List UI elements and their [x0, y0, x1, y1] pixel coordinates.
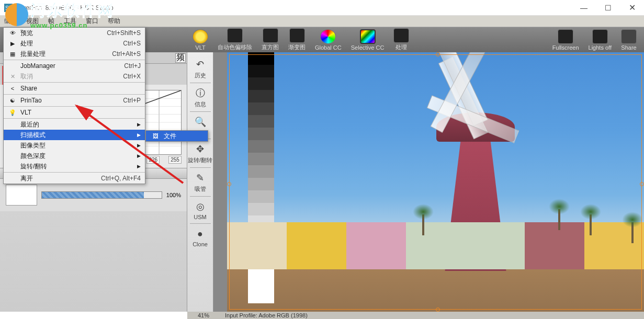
- submenu-arrow-icon: ▶: [137, 132, 141, 138]
- selection-handle[interactable]: [227, 182, 231, 186]
- file-icon: 🖼: [150, 133, 161, 139]
- submenu-arrow-icon: ▶: [137, 153, 141, 158]
- vtool-clone[interactable]: ●Clone: [193, 227, 208, 247]
- cc-icon: [360, 29, 376, 44]
- input-profile: Input Profile: Adobe RGB (1998): [225, 312, 308, 318]
- submenu-arrow-icon: ▶: [137, 143, 141, 148]
- menu-window[interactable]: 窗口: [86, 17, 98, 26]
- dark-icon: [558, 29, 573, 44]
- image-menu-dropdown: 👁预览Ctrl+Shift+S▶处理Ctrl+S▦批量处理Ctrl+Alt+SJ…: [3, 27, 145, 184]
- menu-item-最近的[interactable]: 最近的▶: [4, 119, 145, 130]
- menu-item-旋转/翻转[interactable]: 旋转/翻转▶: [4, 161, 145, 172]
- image-canvas[interactable]: [227, 52, 644, 312]
- vtool-icon: ✥: [193, 142, 208, 156]
- close-button[interactable]: ✕: [620, 0, 644, 16]
- scan-mode-submenu: 🖼 文件: [145, 130, 208, 142]
- dark-icon: [393, 28, 409, 43]
- menu-item-离开[interactable]: 离开Ctrl+Q, Alt+F4: [4, 173, 145, 184]
- menubar: 编辑 视图 帧 工具 窗口 帮助: [0, 16, 644, 27]
- vtool-icon: 🔍: [193, 115, 208, 129]
- menu-view[interactable]: 视图: [26, 17, 39, 26]
- menu-item-JobManager[interactable]: JobManagerCtrl+J: [4, 61, 145, 71]
- svg-text:SF: SF: [5, 5, 12, 11]
- vtool-usm[interactable]: ◎USM: [193, 200, 208, 220]
- submenu-file[interactable]: 🖼 文件: [146, 131, 208, 141]
- app-icon: SF: [4, 4, 13, 12]
- maximize-button[interactable]: ☐: [596, 0, 620, 16]
- selection-handle[interactable]: [436, 307, 440, 312]
- submenu-arrow-icon: ▶: [137, 164, 141, 169]
- menu-item-扫描模式[interactable]: 扫描模式▶: [4, 130, 145, 140]
- menu-icon: ▶: [8, 40, 17, 47]
- window-title: SilverFast 8.8 DEMO - HDR Studio: [16, 4, 114, 12]
- vtool-icon: ●: [193, 227, 208, 241]
- selection-frame[interactable]: [229, 54, 642, 310]
- vtool-icon: ⓘ: [193, 86, 208, 100]
- toolbar-fullscreen[interactable]: Fullscreen: [552, 29, 579, 51]
- menu-icon: 👁: [8, 30, 17, 36]
- vtool-icon: ✎: [193, 171, 208, 185]
- menu-icon: ✕: [8, 73, 17, 80]
- preview-area: [213, 52, 644, 312]
- titlebar: SF SilverFast 8.8 DEMO - HDR Studio — ☐ …: [0, 0, 644, 16]
- menu-icon: <: [8, 85, 17, 92]
- dark-icon: [289, 28, 305, 43]
- menu-icon: ▦: [8, 51, 17, 58]
- menu-item-VLT[interactable]: 💡VLT: [4, 107, 145, 118]
- zoom-level: 41%: [198, 312, 209, 318]
- menu-edit[interactable]: 编辑: [4, 17, 17, 26]
- menu-icon: 💡: [8, 109, 17, 116]
- vtool--[interactable]: ↶历史: [193, 58, 208, 79]
- menu-item-Share[interactable]: <Share: [4, 83, 145, 94]
- vtool-icon: ↶: [193, 58, 208, 71]
- statusbar: 41% Input Profile: Adobe RGB (1998): [187, 312, 644, 319]
- menu-help[interactable]: 帮助: [108, 17, 120, 26]
- menu-item-颜色深度[interactable]: 颜色深度▶: [4, 151, 145, 161]
- toolbar-vlt[interactable]: VLT: [193, 29, 208, 51]
- toolbar-渐变图[interactable]: 渐变图: [288, 28, 306, 51]
- menu-item-图像类型[interactable]: 图像类型▶: [4, 140, 145, 151]
- menu-icon: ☯: [8, 97, 17, 104]
- menu-item-预览[interactable]: 👁预览Ctrl+Shift+S: [4, 28, 145, 38]
- vtool--[interactable]: ✎吸管: [193, 171, 208, 193]
- menu-item-PrinTao[interactable]: ☯PrinTaoCtrl+P: [4, 95, 145, 106]
- channel-all[interactable]: 频: [175, 53, 186, 63]
- toolbar-自动色偏移除[interactable]: 自动色偏移除: [218, 28, 252, 51]
- selection-handle[interactable]: [436, 52, 440, 56]
- menu-item-批量处理[interactable]: ▦批量处理Ctrl+Alt+S: [4, 49, 145, 59]
- curve-value[interactable]: 255: [168, 156, 182, 164]
- vtool--[interactable]: ✥旋转/翻转: [188, 142, 212, 164]
- menu-item-处理[interactable]: ▶处理Ctrl+S: [4, 38, 145, 49]
- vtool-icon: ◎: [193, 200, 208, 213]
- dark-icon: [263, 28, 278, 43]
- toolbar-直方图[interactable]: 直方图: [262, 28, 279, 51]
- toolbar-lights-off[interactable]: Lights off: [589, 29, 612, 51]
- dark-icon: [227, 28, 243, 43]
- toolbar-处理[interactable]: 处理: [393, 28, 409, 51]
- progress-bar: [41, 191, 162, 199]
- toolbar-global-cc[interactable]: Global CC: [315, 29, 342, 51]
- menu-item-取消: ✕取消Ctrl+X: [4, 71, 145, 82]
- menu-tools[interactable]: 工具: [64, 17, 76, 26]
- toolbar-share[interactable]: Share: [621, 29, 637, 51]
- selection-handle[interactable]: [640, 182, 644, 186]
- progress-percent: 100%: [166, 192, 181, 198]
- dark-icon: [592, 29, 608, 44]
- menu-frame[interactable]: 帧: [48, 17, 54, 26]
- vertical-toolbar: ↶历史ⓘ信息🔍41%✥旋转/翻转✎吸管◎USM●Clone: [187, 52, 213, 312]
- toolbar-selective-cc[interactable]: Selective CC: [351, 29, 385, 51]
- bulb-icon: [193, 29, 208, 44]
- minimize-button[interactable]: —: [572, 0, 596, 16]
- rainbow-icon: [320, 29, 336, 44]
- curve-value[interactable]: 226: [146, 156, 160, 164]
- submenu-arrow-icon: ▶: [137, 122, 141, 127]
- vtool--[interactable]: ⓘ信息: [193, 86, 208, 108]
- share-icon: [621, 29, 637, 44]
- status-thumbnail: [6, 185, 37, 206]
